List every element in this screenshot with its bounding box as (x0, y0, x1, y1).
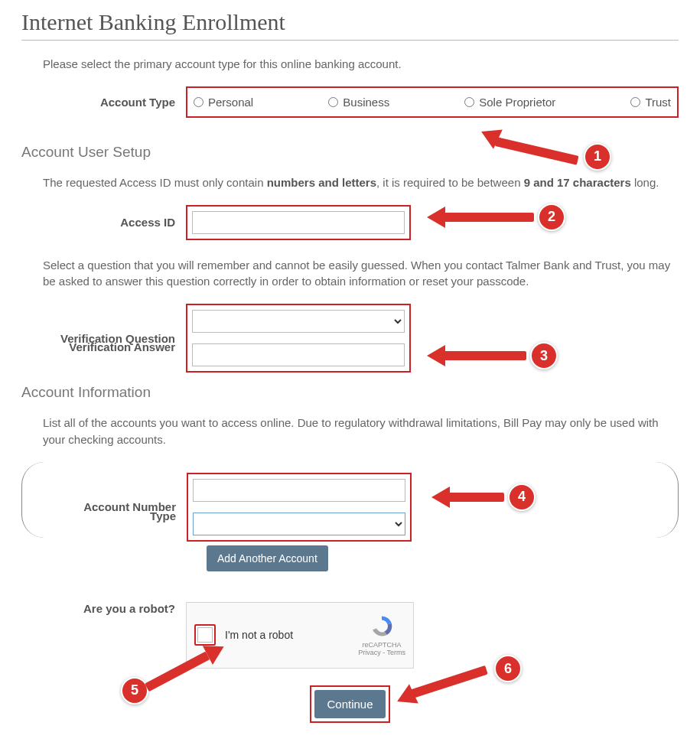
account-type-label: Account Type (21, 96, 186, 109)
captcha-legal: Privacy - Terms (358, 649, 405, 657)
intro-text: Please select the primary account type f… (21, 56, 679, 73)
annotation-badge-3: 3 (530, 342, 558, 369)
continue-button[interactable]: Continue (314, 690, 385, 718)
section-account-info-heading: Account Information (21, 384, 679, 401)
radio-business-label: Business (343, 96, 389, 109)
access-id-label: Access ID (21, 216, 186, 229)
account-type-row: Account Type Personal Business Sole Prop… (21, 86, 679, 118)
verification-group: Verification Question 3 Verification Ans… (21, 304, 679, 353)
account-type-select[interactable] (193, 513, 405, 535)
captcha-widget: I'm not a robot reCAPTCHA Privacy - Term… (186, 602, 414, 669)
account-type-personal[interactable]: Personal (194, 96, 253, 109)
add-another-account-button[interactable]: Add Another Account (207, 545, 328, 571)
access-id-input[interactable] (192, 211, 405, 234)
t: numbers and letters (267, 176, 376, 189)
t: , it is required to be between (376, 176, 524, 189)
account-type-sole-proprietor[interactable]: Sole Proprietor (464, 96, 555, 109)
t: long. (631, 176, 659, 189)
verify-question-select[interactable] (192, 310, 405, 333)
account-highlight (187, 473, 412, 542)
verify-question-label: Verification Question (21, 332, 186, 345)
verify-answer-input[interactable] (192, 343, 405, 366)
radio-trust[interactable] (630, 97, 640, 107)
t: The requested Access ID must only contai… (43, 176, 267, 189)
annotation-badge-4: 4 (508, 483, 536, 511)
title-divider (21, 40, 679, 41)
captcha-brand-text: reCAPTCHA (358, 641, 405, 649)
account-info-instruction: List all of the accounts you want to acc… (21, 415, 679, 448)
access-id-instruction: The requested Access ID must only contai… (21, 174, 679, 191)
t: 9 and 17 characters (524, 176, 631, 189)
radio-sole-proprietor-label: Sole Proprietor (479, 96, 555, 109)
radio-trust-label: Trust (645, 96, 671, 109)
radio-personal[interactable] (194, 97, 203, 107)
account-type-business[interactable]: Business (328, 96, 389, 109)
access-id-highlight (186, 205, 411, 240)
continue-row: Continue 6 (21, 685, 679, 723)
captcha-row: Are you a robot? I'm not a robot reCAPTC… (21, 602, 679, 669)
account-number-row: Account Number 4 (22, 473, 678, 542)
verify-highlight (186, 304, 411, 373)
page-title: Internet Banking Enrollment (21, 9, 679, 35)
verify-instruction: Select a question that you will remember… (21, 257, 679, 291)
add-account-row: Add Another Account (207, 545, 679, 571)
account-type-trust[interactable]: Trust (630, 96, 671, 109)
captcha-checkbox-label: I'm not a robot (225, 629, 293, 641)
account-number-label: Account Number (22, 500, 187, 513)
account-number-input[interactable] (193, 479, 405, 502)
continue-highlight: Continue (310, 685, 389, 723)
account-bracket: Account Number 4 Type (21, 462, 679, 538)
annotation-badge-2: 2 (538, 203, 565, 231)
radio-business[interactable] (328, 97, 338, 107)
captcha-brand: reCAPTCHA Privacy - Terms (358, 613, 405, 658)
radio-personal-label: Personal (208, 96, 253, 109)
account-type-options: Personal Business Sole Proprietor Trust (186, 86, 679, 118)
verify-question-row: Verification Question 3 (21, 304, 679, 373)
captcha-question-label: Are you a robot? (21, 602, 186, 615)
access-id-row: Access ID 2 (21, 205, 679, 240)
radio-sole-proprietor[interactable] (464, 97, 474, 107)
recaptcha-icon (369, 613, 395, 639)
captcha-checkbox[interactable] (194, 624, 216, 646)
section-user-setup-heading: Account User Setup (21, 144, 679, 161)
